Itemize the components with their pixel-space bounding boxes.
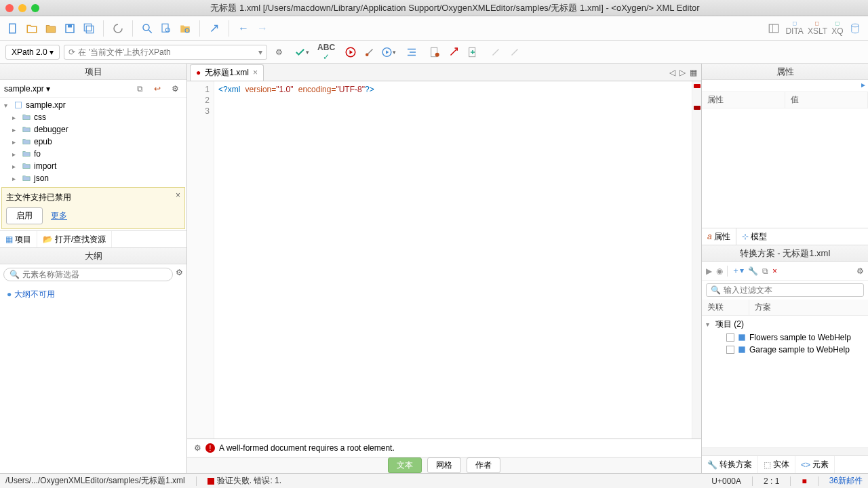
profile2-icon[interactable] bbox=[507, 45, 522, 60]
enable-button[interactable]: 启用 bbox=[6, 207, 43, 224]
open-folder2-icon[interactable] bbox=[43, 21, 58, 36]
tree-folder[interactable]: ▸epub bbox=[0, 136, 186, 148]
tab-next-icon[interactable]: ▷ bbox=[679, 68, 686, 77]
reload-icon[interactable] bbox=[111, 21, 125, 36]
status-char: U+000A bbox=[711, 476, 741, 486]
tab-project[interactable]: ▦项目 bbox=[0, 231, 37, 247]
xpath-input-wrap[interactable]: ⟳ ▾ bbox=[64, 45, 267, 60]
save-icon[interactable] bbox=[62, 21, 77, 36]
project-link-icon[interactable]: ↩ bbox=[150, 81, 165, 96]
status-mail[interactable]: 36新邮件 bbox=[829, 475, 863, 487]
tab-open-resource[interactable]: 📂打开/查找资源 bbox=[37, 231, 112, 247]
save-all-icon[interactable] bbox=[81, 21, 96, 36]
outline-settings-icon[interactable]: ⚙ bbox=[176, 268, 183, 281]
view-tab-author[interactable]: 作者 bbox=[467, 458, 500, 473]
validate-icon[interactable]: ▾ bbox=[294, 45, 309, 60]
xslt-perspective-icon[interactable]: XSLT bbox=[808, 21, 827, 36]
tab-prev-icon[interactable]: ◁ bbox=[669, 68, 675, 77]
db-perspective-icon[interactable] bbox=[848, 21, 863, 36]
refactor1-icon[interactable] bbox=[427, 45, 442, 60]
scen-delete-icon[interactable]: × bbox=[772, 266, 777, 276]
collapse-icon[interactable] bbox=[207, 21, 222, 36]
open-folder-icon[interactable] bbox=[24, 21, 39, 36]
xpath-settings-icon[interactable]: ⚙ bbox=[271, 45, 286, 60]
format-indent-icon[interactable] bbox=[404, 45, 419, 60]
scenario-item[interactable]: Garage sample to WebHelp bbox=[702, 344, 868, 356]
profile1-icon[interactable] bbox=[488, 45, 503, 60]
run-debug-icon[interactable]: ▾ bbox=[381, 45, 396, 60]
editor-panel: ● 无标题1.xml × ◁ ▷ ▦ 123 <?xml version="1.… bbox=[187, 64, 701, 473]
more-link[interactable]: 更多 bbox=[51, 210, 67, 222]
tree-folder[interactable]: ▸fo bbox=[0, 148, 186, 160]
xpath-input[interactable] bbox=[78, 47, 256, 57]
project-file-name[interactable]: sample.xpr ▾ bbox=[4, 84, 130, 94]
tab-attributes[interactable]: a属性 bbox=[702, 228, 736, 245]
tab-elements[interactable]: <>元素 bbox=[795, 456, 835, 473]
svg-rect-13 bbox=[816, 22, 819, 25]
svg-rect-3 bbox=[84, 24, 92, 31]
scen-filter-input[interactable] bbox=[724, 285, 859, 295]
scenario-item[interactable]: Flowers sample to WebHelp bbox=[702, 331, 868, 344]
find-in-file-icon[interactable] bbox=[159, 21, 174, 36]
scen-col-scheme: 方案 bbox=[749, 300, 776, 315]
editor-tab[interactable]: ● 无标题1.xml × bbox=[190, 64, 264, 81]
spellcheck-icon[interactable]: ABC✓ bbox=[317, 45, 335, 60]
view-tab-text[interactable]: 文本 bbox=[388, 458, 422, 473]
tab-list-icon[interactable]: ▦ bbox=[690, 68, 697, 77]
scen-copy-icon[interactable]: ⧉ bbox=[762, 266, 768, 276]
view-tab-grid[interactable]: 网格 bbox=[427, 458, 461, 473]
tab-close-icon[interactable]: × bbox=[253, 68, 258, 77]
error-panel: ⚙ ! A well-formed document requires a ro… bbox=[187, 439, 701, 457]
outline-unavailable-msg: 大纲不可用 bbox=[14, 289, 55, 299]
tree-folder[interactable]: ▸css bbox=[0, 111, 186, 123]
scen-run2-icon[interactable]: ◉ bbox=[716, 266, 723, 276]
project-tree[interactable]: ▾ sample.xpr ▸css▸debugger▸epub▸fo▸impor… bbox=[0, 98, 186, 186]
scenarios-tree[interactable]: ▾ 项目 (2) Flowers sample to WebHelpGarage… bbox=[702, 316, 868, 447]
back-icon[interactable]: ← bbox=[236, 21, 251, 36]
tree-folder[interactable]: ▸import bbox=[0, 160, 186, 172]
run-icon[interactable] bbox=[343, 45, 358, 60]
scen-run-icon[interactable]: ▶ bbox=[706, 266, 712, 276]
attributes-table[interactable]: 属性 值 bbox=[702, 92, 868, 228]
svg-point-15 bbox=[852, 24, 859, 27]
configure-transform-icon[interactable] bbox=[362, 45, 377, 60]
notif-close-icon[interactable]: × bbox=[176, 190, 180, 200]
xpath-toolbar: XPath 2.0 ▾ ⟳ ▾ ⚙ ▾ ABC✓ ▾ bbox=[0, 41, 868, 64]
scen-edit-icon[interactable]: 🔧 bbox=[748, 266, 758, 276]
zoom-traffic-light[interactable] bbox=[31, 4, 39, 12]
dita-perspective-icon[interactable]: DITA bbox=[785, 21, 803, 36]
minimize-traffic-light[interactable] bbox=[18, 4, 26, 12]
tree-root[interactable]: ▾ sample.xpr bbox=[0, 99, 186, 111]
scen-settings-icon[interactable]: ⚙ bbox=[856, 266, 864, 276]
tree-folder[interactable]: ▸debugger bbox=[0, 123, 186, 136]
code-editor[interactable]: <?xml version="1.0" encoding="UTF-8"?> bbox=[214, 81, 692, 439]
status-validation[interactable]: 验证失败. 错误: 1. bbox=[208, 475, 281, 487]
scen-group[interactable]: ▾ 项目 (2) bbox=[702, 317, 868, 331]
attr-expand-icon[interactable]: ▸ bbox=[702, 80, 868, 92]
overview-ruler[interactable] bbox=[692, 81, 701, 439]
tab-transform-scenarios[interactable]: 🔧转换方案 bbox=[702, 456, 758, 473]
layout-icon[interactable] bbox=[766, 21, 781, 36]
xquery-perspective-icon[interactable]: XQ bbox=[831, 21, 844, 36]
forward-icon[interactable]: → bbox=[255, 21, 270, 36]
project-panel-title: 项目 bbox=[0, 64, 186, 80]
error-settings-icon[interactable]: ⚙ bbox=[194, 443, 201, 453]
scen-add-icon[interactable]: ＋▾ bbox=[732, 265, 744, 277]
outline-filter-input[interactable] bbox=[22, 270, 167, 279]
xpath-version-select[interactable]: XPath 2.0 ▾ bbox=[5, 45, 60, 60]
svg-rect-27 bbox=[738, 346, 745, 352]
project-copy-icon[interactable]: ⧉ bbox=[132, 81, 147, 96]
close-traffic-light[interactable] bbox=[5, 4, 14, 12]
insert-icon[interactable] bbox=[465, 45, 480, 60]
refactor2-icon[interactable] bbox=[446, 45, 461, 60]
project-settings-icon[interactable]: ⚙ bbox=[167, 81, 182, 96]
new-file-icon[interactable] bbox=[5, 21, 20, 36]
find-in-folder-icon[interactable] bbox=[178, 21, 193, 36]
tab-model[interactable]: ⊹模型 bbox=[736, 228, 772, 245]
tree-folder[interactable]: ▸json bbox=[0, 172, 186, 184]
status-modified-icon: ■ bbox=[802, 476, 806, 486]
tab-entities[interactable]: ⬚实体 bbox=[758, 456, 795, 473]
right-panel: 属性 ▸ 属性 值 a属性 ⊹模型 转换方案 - 无标题1.xml ▶ ◉ ＋▾… bbox=[701, 64, 868, 473]
search-icon[interactable] bbox=[140, 21, 155, 36]
error-message: A well-formed document requires a root e… bbox=[219, 443, 395, 453]
